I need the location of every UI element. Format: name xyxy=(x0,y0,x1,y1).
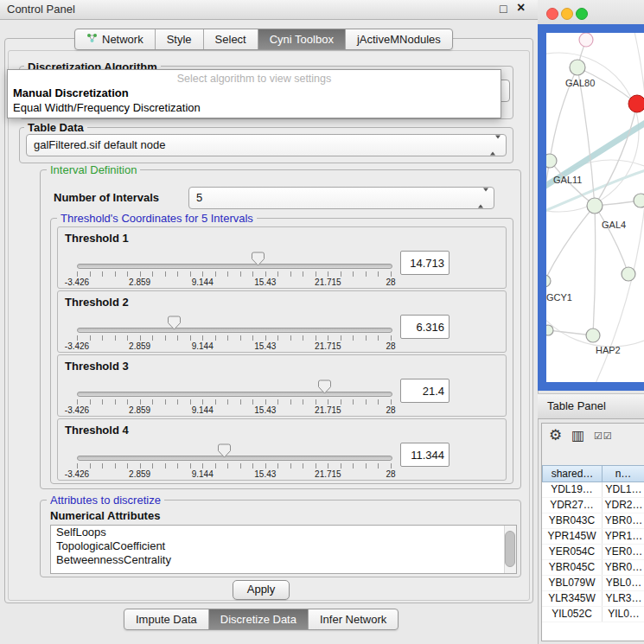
attribute-list-item[interactable]: SelfLoops xyxy=(51,526,516,539)
number-of-intervals-label: Number of Intervals xyxy=(54,191,159,204)
close-traffic-light[interactable] xyxy=(547,9,558,20)
threshold-1-panel: Threshold 1 -3.4262.8599.14415.4321.7152… xyxy=(57,226,507,289)
tab-select[interactable]: Select xyxy=(204,29,258,49)
combo-stepper-icon xyxy=(490,139,501,152)
axis-tick-label: 2.859 xyxy=(129,341,150,351)
table-cell-name[interactable]: YBL0… xyxy=(603,576,644,590)
table-toolbar: ⚙ ▥ ☑☑ xyxy=(542,424,644,466)
table-cell-shared-name[interactable]: YPR145W xyxy=(542,529,603,544)
tab-discretize-data[interactable]: Discretize Data xyxy=(209,609,309,629)
row-checkboxes-icon[interactable]: ☑☑ xyxy=(594,430,613,442)
network-node-selected-red[interactable] xyxy=(628,95,644,112)
table-cell-shared-name[interactable]: YER054C xyxy=(542,545,603,559)
table-row[interactable]: YBR045C YBR0… xyxy=(542,560,644,576)
network-node-gal11[interactable] xyxy=(546,154,557,168)
network-edge xyxy=(595,104,637,206)
threshold-1-label: Threshold 1 xyxy=(65,232,129,245)
close-icon[interactable]: × xyxy=(517,0,525,16)
threshold-1-value-field[interactable]: 14.713 xyxy=(400,251,450,275)
table-row[interactable]: YPR145W YPR1… xyxy=(542,529,644,545)
table-row[interactable]: YDL19… YDL1… xyxy=(542,482,644,498)
table-data-combobox[interactable]: galFiltered.sif default node xyxy=(26,134,507,156)
table-cell-name[interactable]: YPR1… xyxy=(603,529,644,544)
network-node[interactable] xyxy=(622,267,635,281)
tab-label: Select xyxy=(215,33,246,46)
table-cell-name[interactable]: YDR2… xyxy=(603,498,644,513)
network-node[interactable] xyxy=(634,194,644,207)
table-row[interactable]: YIL052C YIL0… xyxy=(542,607,644,622)
table-panel-header[interactable]: Table Panel xyxy=(538,393,644,419)
table-cell-shared-name[interactable]: YDR27… xyxy=(542,498,603,513)
control-panel-titlebar[interactable]: Control Panel □ × xyxy=(0,0,538,20)
table-panel-title: Table Panel xyxy=(547,399,606,412)
dropdown-option-equal-width[interactable]: Equal Width/Frequency Discretization xyxy=(13,101,201,114)
tab-cyni-toolbox[interactable]: Cyni Toolbox xyxy=(258,29,346,49)
table-data-selected-value: galFiltered.sif default node xyxy=(34,135,165,156)
network-tab-icon xyxy=(86,33,98,46)
apply-button[interactable]: Apply xyxy=(233,580,290,600)
threshold-4-label: Threshold 4 xyxy=(65,424,129,437)
network-node-gcy1[interactable] xyxy=(546,275,551,287)
table-cell-name[interactable]: YDL1… xyxy=(603,482,644,497)
minimize-traffic-light[interactable] xyxy=(562,9,573,20)
threshold-2-label: Threshold 2 xyxy=(65,296,129,309)
gear-icon[interactable]: ⚙ xyxy=(549,426,562,444)
network-node-gal80[interactable] xyxy=(570,60,585,75)
network-window-titlebar[interactable] xyxy=(538,0,644,24)
column-header-shared-name[interactable]: shared… xyxy=(542,465,603,482)
network-canvas[interactable]: GAL80 GAL11 GAL4 GCY1 HAP2 xyxy=(546,33,644,382)
network-node[interactable] xyxy=(546,325,553,335)
table-cell-name[interactable]: YLR3… xyxy=(603,591,644,606)
list-scrollbar[interactable] xyxy=(504,526,516,573)
tab-label: Impute Data xyxy=(136,613,197,626)
table-cell-shared-name[interactable]: YBR045C xyxy=(542,560,603,575)
attribute-list-item[interactable]: BetweennessCentrality xyxy=(51,553,516,567)
numerical-attributes-list[interactable]: SelfLoopsTopologicalCoefficientBetweenne… xyxy=(50,525,517,574)
table-row[interactable]: YBR043C YBR0… xyxy=(542,513,644,529)
float-window-icon[interactable]: □ xyxy=(500,2,507,16)
table-cell-shared-name[interactable]: YLR345W xyxy=(542,591,603,606)
table-cell-shared-name[interactable]: YIL052C xyxy=(542,607,603,622)
threshold-1-slider-thumb[interactable] xyxy=(252,252,265,270)
threshold-2-slider-thumb[interactable] xyxy=(168,316,181,334)
table-row[interactable]: YLR345W YLR3… xyxy=(542,591,644,607)
list-scrollbar-thumb[interactable] xyxy=(505,531,515,567)
threshold-3-value-field[interactable]: 21.4 xyxy=(400,379,450,403)
table-cell-shared-name[interactable]: YBL079W xyxy=(542,576,603,590)
network-node-hap2[interactable] xyxy=(586,328,600,342)
threshold-4-slider-thumb[interactable] xyxy=(218,443,231,462)
attribute-list-item[interactable]: TopologicalCoefficient xyxy=(51,539,516,553)
algorithm-dropdown-popup: Select algorithm to view settings Manual… xyxy=(7,69,501,118)
table-row[interactable]: YDR27… YDR2… xyxy=(542,498,644,513)
threshold-2-value-field[interactable]: 6.316 xyxy=(400,315,450,339)
table-cell-name[interactable]: YBR0… xyxy=(603,560,644,575)
columns-icon[interactable]: ▥ xyxy=(571,427,584,443)
threshold-4-value-field[interactable]: 11.344 xyxy=(400,443,450,467)
network-node-gal4[interactable] xyxy=(587,198,603,214)
axis-tick-label: 28 xyxy=(386,469,395,479)
interval-definition-group-title: Interval Definition xyxy=(47,163,140,176)
table-cell-shared-name[interactable]: YBR043C xyxy=(542,513,603,528)
tab-impute-data[interactable]: Impute Data xyxy=(124,609,209,629)
tab-jactivemnodules[interactable]: jActiveMNodules xyxy=(346,29,452,49)
attributes-group-title: Attributes to discretize xyxy=(47,494,164,507)
table-cell-shared-name[interactable]: YDL19… xyxy=(542,482,603,497)
zoom-traffic-light[interactable] xyxy=(577,9,588,20)
screen: Control Panel □ × Network Style Select C… xyxy=(0,0,644,644)
table-cell-name[interactable]: YBR0… xyxy=(603,513,644,528)
axis-tick-label: 15.43 xyxy=(254,277,276,287)
tab-style[interactable]: Style xyxy=(156,29,204,49)
threshold-1-slider-scale: -3.4262.8599.14415.4321.71528 xyxy=(77,277,391,287)
number-of-intervals-combobox[interactable]: 5 xyxy=(188,187,494,209)
threshold-3-slider-thumb[interactable] xyxy=(318,379,331,398)
network-node[interactable] xyxy=(579,33,593,47)
axis-tick-label: 21.715 xyxy=(315,277,341,287)
dropdown-option-manual-discretization[interactable]: Manual Discretization xyxy=(13,86,129,99)
table-row[interactable]: YER054C YER0… xyxy=(542,545,644,560)
table-cell-name[interactable]: YIL0… xyxy=(603,607,644,622)
table-row[interactable]: YBL079W YBL0… xyxy=(542,576,644,591)
tab-infer-network[interactable]: Infer Network xyxy=(309,609,398,629)
column-header-name[interactable]: n… xyxy=(603,465,644,482)
table-cell-name[interactable]: YER0… xyxy=(603,545,644,559)
tab-network[interactable]: Network xyxy=(75,29,156,49)
